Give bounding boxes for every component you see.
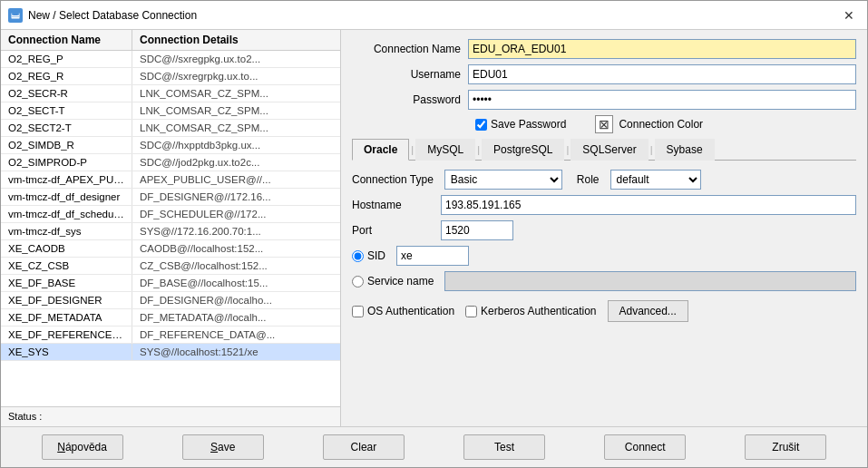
password-input[interactable] [468,90,856,110]
col-header-details: Connection Details [132,30,340,50]
hostname-row: Hostname [352,195,856,215]
tab-sybase[interactable]: Sybase [655,139,715,161]
svg-rect-2 [12,15,19,15]
title-bar-left: New / Select Database Connection [8,8,197,23]
sid-input[interactable] [396,246,469,266]
tabs-row: Oracle|MySQL|PostgreSQL|SQLServer|Sybase [352,139,856,161]
os-auth-label[interactable]: OS Authentication [352,305,454,317]
oracle-tab-content: Connection Type BasicTNSAdvancedCustom J… [352,170,856,322]
tab-separator: | [566,144,569,155]
tab-mysql[interactable]: MySQL [415,139,475,161]
connect-button[interactable]: Connect [604,434,686,460]
connection-type-select[interactable]: BasicTNSAdvancedCustom JDBC [444,170,562,190]
list-item[interactable]: XE_DF_METADATADF_METADATA@//localh... [1,309,340,327]
tab-separator: | [411,144,414,155]
service-name-radio-label[interactable]: Service name [352,275,434,288]
help-button-label: Nápověda [57,441,107,453]
title-bar: New / Select Database Connection ✕ [1,1,867,30]
tab-separator: | [650,144,653,155]
list-item[interactable]: O2_SECR-RLNK_COMSAR_CZ_SPM... [1,85,340,102]
list-item[interactable]: O2_REG_RSDC@//sxregrpkg.ux.to... [1,68,340,85]
list-item[interactable]: vm-tmcz-df_df_designerDF_DESIGNER@//172.… [1,189,340,206]
save-password-label-text: Save Password [491,118,566,131]
status-bar: Status : [1,406,340,426]
left-panel: Connection Name Connection Details O2_RE… [1,30,341,426]
svg-rect-3 [12,16,19,17]
list-item[interactable]: O2_REG_PSDC@//sxregpkg.ux.to2... [1,51,340,68]
hostname-label: Hostname [352,199,434,211]
color-picker-icon: ⊠ [599,117,610,132]
list-item[interactable]: O2_SIMPROD-PSDC@//jod2pkg.ux.to2c... [1,154,340,171]
list-item[interactable]: XE_DF_DESIGNERDF_DESIGNER@//localho... [1,292,340,309]
help-button[interactable]: Nápověda [42,434,123,460]
save-button[interactable]: Save [182,434,264,460]
role-label: Role [577,173,600,186]
tab-oracle[interactable]: Oracle [352,139,409,161]
kerberos-auth-label[interactable]: Kerberos Authentication [465,305,596,317]
sid-radio-label[interactable]: SID [352,249,385,262]
status-label: Status : [8,411,42,422]
port-label: Port [352,224,434,237]
conn-type-label: Connection Type [352,173,434,186]
sid-row: SID [352,246,856,266]
sid-label: SID [367,249,385,262]
list-item[interactable]: vm-tmcz-df_APEX_PUBLI...APEX_PUBLIC_USER… [1,171,340,189]
main-window: New / Select Database Connection ✕ Conne… [0,0,868,468]
options-row: Save Password ⊠ Connection Color [352,115,856,133]
col-header-name: Connection Name [1,30,132,50]
auth-row: OS Authentication Kerberos Authenticatio… [352,300,856,322]
port-input[interactable] [441,220,513,240]
close-button[interactable]: ✕ [838,6,860,24]
tab-sqlserver[interactable]: SQLServer [571,139,648,161]
save-password-checkbox[interactable] [475,119,487,131]
save-password-checkbox-label[interactable]: Save Password [475,118,566,131]
content-area: Connection Name Connection Details O2_RE… [1,30,867,426]
window-title: New / Select Database Connection [28,9,197,22]
list-item[interactable]: O2_SECT2-TLNK_COMSAR_CZ_SPM... [1,120,340,137]
connection-list[interactable]: O2_REG_PSDC@//sxregpkg.ux.to2...O2_REG_R… [1,51,340,406]
list-item[interactable]: O2_SECT-TLNK_COMSAR_CZ_SPM... [1,102,340,120]
list-item[interactable]: XE_CZ_CSBCZ_CSB@//localhost:152... [1,258,340,275]
connection-name-input[interactable] [468,39,856,59]
kerberos-auth-label-text: Kerberos Authentication [481,305,596,317]
list-item[interactable]: XE_DF_BASEDF_BASE@//localhost:15... [1,275,340,292]
conn-type-row: Connection Type BasicTNSAdvancedCustom J… [352,170,856,190]
hostname-input[interactable] [441,195,856,215]
sid-radio[interactable] [352,250,364,262]
button-bar: Nápověda Save Clear Test Connect Zrušit [1,426,867,467]
save-button-label: Save [210,441,235,453]
list-item[interactable]: XE_DF_REFERENCE_DATADF_REFERENCE_DATA@..… [1,327,340,344]
connection-color-label: Connection Color [619,118,703,131]
password-row: Password [352,90,856,110]
list-header: Connection Name Connection Details [1,30,340,51]
connection-name-label: Connection Name [352,43,461,55]
os-auth-label-text: OS Authentication [367,305,454,317]
tab-postgresql[interactable]: PostgreSQL [482,139,564,161]
port-row: Port [352,220,856,240]
advanced-button[interactable]: Advanced... [608,300,688,322]
test-button[interactable]: Test [463,434,545,460]
right-panel: Connection Name Username Password Save P… [341,30,867,426]
password-label: Password [352,93,461,106]
service-name-label: Service name [367,275,434,288]
cancel-button[interactable]: Zrušit [745,434,826,460]
connection-name-row: Connection Name [352,39,856,59]
os-auth-checkbox[interactable] [352,306,364,317]
service-name-radio[interactable] [352,276,364,288]
role-select[interactable]: defaultSYSDBASYSOPER [610,170,701,190]
app-icon [8,8,23,23]
list-item[interactable]: XE_SYSSYS@//localhost:1521/xe [1,344,340,361]
tab-separator: | [477,144,480,155]
service-name-row: Service name [352,271,856,291]
list-item[interactable]: vm-tmcz-df_df_schedulerDF_SCHEDULER@//17… [1,206,340,223]
username-input[interactable] [468,64,856,84]
username-row: Username [352,64,856,84]
kerberos-auth-checkbox[interactable] [465,306,477,317]
username-label: Username [352,68,461,81]
service-name-input[interactable] [444,271,856,291]
color-icon-box[interactable]: ⊠ [595,115,613,133]
list-item[interactable]: O2_SIMDB_RSDC@//hxpptdb3pkg.ux... [1,137,340,154]
list-item[interactable]: vm-tmcz-df_sysSYS@//172.16.200.70:1... [1,223,340,240]
clear-button[interactable]: Clear [323,434,405,460]
list-item[interactable]: XE_CAODBCAODB@//localhost:152... [1,240,340,258]
